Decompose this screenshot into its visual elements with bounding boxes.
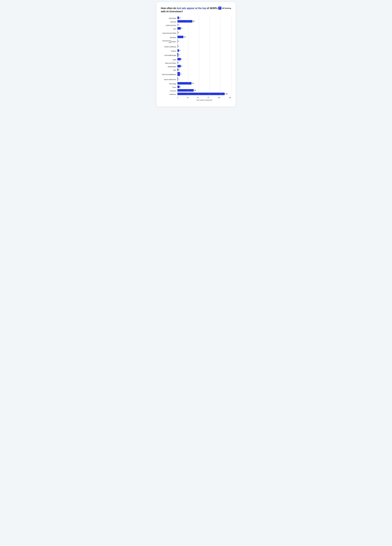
logo-text: SE Ranking — [222, 7, 231, 9]
bar-value: 110 — [225, 93, 228, 95]
bar-value: 0 — [178, 24, 179, 26]
logo: SE Ranking — [218, 6, 231, 10]
bar — [177, 93, 225, 95]
bar-row: 8 — [177, 27, 231, 30]
bar — [177, 72, 180, 76]
y-label: Self-Care andWellness — [162, 72, 176, 77]
title-plain: How often do — [161, 7, 177, 10]
y-label: News and Politics — [165, 61, 176, 65]
bar — [177, 68, 178, 71]
y-label: Education — [170, 36, 176, 39]
bar-row: 4 — [177, 49, 231, 52]
bar-value: 14 — [184, 36, 185, 38]
y-label: Technology — [169, 82, 176, 86]
x-tick: 100 — [218, 97, 220, 98]
bar-row: 38 — [177, 89, 231, 91]
grid-line — [188, 17, 188, 96]
bar-value: 0 — [178, 46, 179, 47]
bar-value: 1 — [178, 62, 179, 63]
y-label: Insurance — [170, 89, 176, 93]
bar-row: 1 — [177, 77, 231, 81]
bars-column: 43508014004281826133538110 — [177, 17, 231, 96]
bar-value: 35 — [193, 20, 195, 22]
bar-row: 5 — [177, 86, 231, 88]
x-tick: 25 — [187, 97, 188, 98]
y-label: Sports andExercise — [164, 77, 176, 82]
grid-line — [220, 17, 221, 96]
bar-row: 1 — [177, 61, 231, 64]
bar — [177, 17, 179, 19]
bar-row: 35 — [177, 20, 231, 23]
bar-value: 0 — [178, 40, 179, 42]
bar-value: 33 — [192, 83, 194, 84]
grid-line — [177, 17, 177, 96]
x-ticks: 0255075100125 — [177, 97, 231, 98]
bar — [177, 36, 183, 38]
card: How often do text ads appear at the top … — [157, 2, 235, 106]
page-title: How often do text ads appear at the top … — [161, 6, 218, 13]
bar — [177, 49, 179, 52]
bar-row: 0 — [177, 44, 231, 48]
bar-row: 2 — [177, 53, 231, 57]
bar-row: 6 — [177, 72, 231, 76]
y-label: Food andBeverage — [164, 53, 176, 58]
bar — [177, 20, 192, 23]
bar-row: 33 — [177, 82, 231, 84]
y-label: Ecommerceand Retail — [163, 31, 176, 36]
bar-value: 38 — [194, 90, 196, 91]
y-label: Career and Jobs — [166, 24, 176, 27]
x-tick: 50 — [197, 97, 199, 98]
bar-row: 4 — [177, 17, 231, 19]
bar-row: 0 — [177, 24, 231, 26]
bar-value: 2 — [179, 69, 180, 71]
y-label: Real Estate — [169, 17, 176, 20]
x-axis-area: 0255075100125The number of keywords — [177, 97, 231, 101]
bar-value: 8 — [181, 28, 182, 29]
bar-value: 6 — [181, 73, 181, 75]
bar — [177, 53, 178, 57]
header: How often do text ads appear at the top … — [161, 6, 231, 13]
svg-rect-0 — [218, 6, 221, 10]
bar-row: 14 — [177, 36, 231, 38]
y-label: Healthcare — [170, 93, 176, 96]
bar-row: 110 — [177, 93, 231, 95]
x-tick: 0 — [177, 97, 178, 98]
bar-row: 0 — [177, 31, 231, 35]
bar — [177, 58, 181, 60]
grid-line — [231, 17, 231, 96]
chart-area: Real EstateBusinessCareer and JobsCarsEc… — [161, 17, 231, 101]
y-labels: Real EstateBusinessCareer and JobsCarsEc… — [161, 17, 177, 96]
bar-value: 4 — [180, 17, 180, 19]
bar-row: 8 — [177, 65, 231, 67]
bar — [177, 65, 181, 67]
bar-value: 1 — [178, 78, 179, 80]
y-label: Relationships — [168, 65, 176, 68]
bar-value: 4 — [180, 50, 180, 51]
bar-row: 2 — [177, 68, 231, 71]
y-label: Legal — [173, 58, 176, 61]
bar — [177, 89, 194, 91]
y-label: Entertainment andHobbies — [161, 39, 176, 44]
bar-row: 0 — [177, 39, 231, 43]
x-tick: 75 — [208, 97, 209, 98]
x-tick: 125 — [229, 97, 231, 98]
y-label: Cars — [173, 27, 176, 31]
y-label: Pets — [173, 68, 176, 72]
se-ranking-logo-icon — [218, 6, 221, 10]
y-label: Business — [171, 20, 176, 24]
bar-value: 2 — [179, 54, 180, 56]
chart-body: Real EstateBusinessCareer and JobsCarsEc… — [161, 17, 231, 96]
bar — [177, 86, 180, 88]
bar — [177, 27, 181, 30]
bar-row: 8 — [177, 58, 231, 60]
bar-value: 5 — [180, 86, 181, 88]
y-label: Travel — [172, 86, 176, 89]
bar-value: 8 — [181, 65, 182, 67]
title-highlight: text ads appear at the top — [177, 7, 206, 10]
y-label: Fashion andBeauty — [164, 44, 176, 49]
x-axis-label: The number of keywords — [177, 99, 231, 101]
bar-value: 0 — [178, 32, 179, 33]
bar — [177, 82, 191, 84]
bar-value: 8 — [181, 58, 182, 60]
y-label: Finance — [171, 49, 176, 53]
